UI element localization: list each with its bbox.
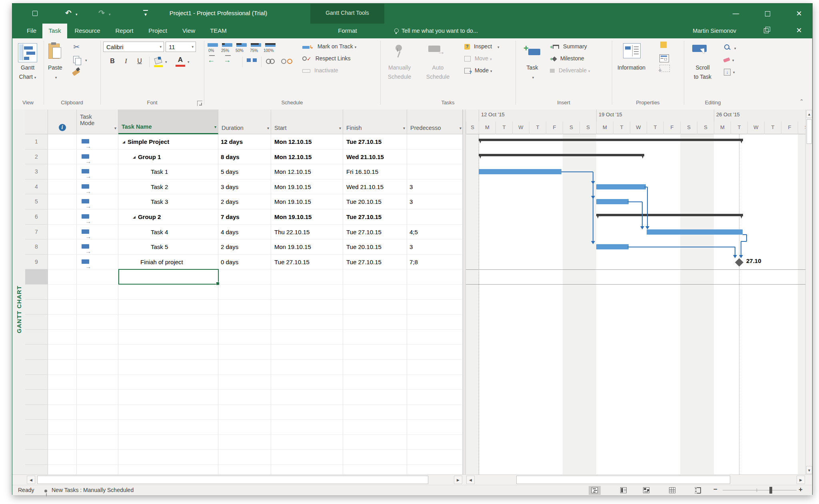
copy-dropdown-icon[interactable]: ▾: [85, 58, 87, 62]
task-bar[interactable]: [647, 229, 743, 235]
user-account[interactable]: Martin Siemonov: [680, 24, 736, 38]
background-color-button[interactable]: [154, 57, 163, 67]
expand-collapse-icon[interactable]: ◢: [122, 140, 125, 144]
header-duration[interactable]: Duration ▾: [218, 110, 271, 134]
header-finish[interactable]: Finish ▾: [343, 110, 407, 134]
font-dialog-launcher-icon[interactable]: [197, 101, 202, 106]
table-row[interactable]: [25, 435, 463, 450]
tab-format[interactable]: Format: [330, 24, 365, 38]
inactivate-button[interactable]: Inactivate: [302, 67, 338, 74]
table-row[interactable]: 4→Task 23 daysMon 19.10.15Wed 21.10.153: [25, 179, 463, 195]
tab-task[interactable]: Task: [42, 24, 67, 38]
task-bar[interactable]: [479, 169, 561, 174]
table-row[interactable]: [25, 405, 463, 420]
view-report-button[interactable]: [692, 486, 704, 495]
minimize-button[interactable]: —: [727, 8, 745, 20]
vertical-scroll-thumb[interactable]: [807, 119, 812, 144]
link-tasks-icon[interactable]: [266, 58, 275, 66]
inspect-button[interactable]: ? Inspect▾: [464, 43, 499, 50]
expand-collapse-icon[interactable]: ◢: [133, 155, 136, 159]
maximize-button[interactable]: [758, 8, 777, 20]
manually-schedule-button[interactable]: ManuallySchedule: [381, 63, 418, 82]
zoom-in-icon[interactable]: +: [799, 486, 803, 494]
gantt-chart-view-icon[interactable]: [18, 43, 37, 62]
view-resource-sheet-button[interactable]: [666, 486, 678, 495]
header-start[interactable]: Start ▾: [271, 110, 343, 134]
clear-button[interactable]: ▾: [723, 56, 734, 63]
fill-button[interactable]: ↓▾: [724, 68, 735, 76]
gantt-chart-pane[interactable]: 12 Oct '1519 Oct '1526 Oct '15 SMTWTFSSM…: [466, 110, 805, 474]
add-to-timeline-icon[interactable]: +: [659, 65, 670, 72]
predecessors-filter-icon[interactable]: ▾: [459, 126, 461, 130]
view-gantt-button[interactable]: [589, 486, 601, 495]
font-family-select[interactable]: Calibri▾: [103, 42, 164, 52]
insert-milestone-button[interactable]: + Milestone: [550, 55, 584, 62]
table-row[interactable]: [25, 269, 463, 285]
zoom-out-icon[interactable]: −: [713, 486, 717, 494]
table-row[interactable]: [25, 285, 463, 300]
task-mode-filter-icon[interactable]: ▾: [114, 126, 116, 130]
tell-me-box[interactable]: Tell me what you want to do...: [394, 24, 478, 38]
table-row[interactable]: [25, 360, 463, 375]
insert-summary-button[interactable]: + Summary: [550, 43, 587, 50]
outdent-task-icon[interactable]: ←: [208, 56, 215, 64]
font-color-dropdown-icon[interactable]: ▾: [188, 60, 190, 64]
collapse-ribbon-icon[interactable]: ⌃: [799, 98, 804, 104]
header-task-name[interactable]: Task Name ▾: [118, 110, 218, 134]
scroll-to-task-icon[interactable]: [692, 43, 713, 59]
mode-button[interactable]: ? Mode▾: [464, 67, 492, 74]
find-button[interactable]: ▾: [724, 44, 736, 51]
redo-dropdown-icon[interactable]: ▾: [109, 12, 111, 16]
table-row[interactable]: [25, 375, 463, 390]
selected-cell[interactable]: [118, 269, 219, 285]
move-button[interactable]: Move▾: [464, 55, 492, 62]
table-row[interactable]: [25, 300, 463, 315]
scroll-to-task-button[interactable]: Scrollto Task: [687, 63, 718, 82]
task-name-filter-icon[interactable]: ▾: [214, 125, 216, 129]
tab-report[interactable]: Report: [109, 24, 140, 38]
chart-scroll-thumb[interactable]: [516, 476, 730, 484]
tab-resource[interactable]: Resource: [68, 24, 106, 38]
duration-filter-icon[interactable]: ▾: [267, 126, 269, 130]
table-row[interactable]: [25, 315, 463, 330]
italic-button[interactable]: I: [121, 58, 131, 65]
restore-document-button[interactable]: [757, 25, 775, 36]
indent-task-icon[interactable]: →: [224, 56, 231, 64]
copy-icon[interactable]: [73, 56, 79, 63]
task-information-icon[interactable]: [623, 43, 641, 58]
chart-scroll-right-icon[interactable]: ▶: [797, 476, 805, 484]
insert-task-button[interactable]: Task▾: [521, 63, 543, 82]
table-row[interactable]: [25, 465, 463, 474]
undo-dropdown-icon[interactable]: ▾: [76, 12, 78, 16]
table-row[interactable]: [25, 330, 463, 345]
milestone-diamond[interactable]: [735, 258, 743, 267]
tab-view[interactable]: View: [176, 24, 201, 38]
pct-25-icon[interactable]: [222, 43, 232, 47]
finish-filter-icon[interactable]: ▾: [403, 126, 405, 130]
start-filter-icon[interactable]: ▾: [339, 126, 341, 130]
bold-button[interactable]: B: [108, 58, 117, 65]
pct-50-icon[interactable]: [236, 43, 247, 47]
scroll-down-icon[interactable]: ▼: [806, 466, 812, 474]
status-new-tasks[interactable]: New Tasks : Manually Scheduled: [52, 487, 134, 493]
paste-button[interactable]: Paste▾: [41, 63, 69, 82]
table-row[interactable]: [25, 450, 463, 465]
unlink-tasks-icon[interactable]: [281, 58, 292, 66]
table-row[interactable]: 3→Task 15 daysMon 12.10.15Fri 16.10.15: [25, 164, 463, 179]
gantt-chart-view-button[interactable]: Gantt Chart▾: [13, 63, 42, 82]
pct-0-icon[interactable]: [208, 43, 218, 47]
table-row[interactable]: 9→Finiah of project0 daysTue 27.10.15Tue…: [25, 255, 463, 270]
pct-75-icon[interactable]: [251, 43, 261, 47]
paste-icon[interactable]: [48, 42, 62, 59]
table-scroll-right-icon[interactable]: ▶: [454, 476, 462, 484]
table-row[interactable]: 2→◢Group 18 daysMon 12.10.15Wed 21.10.15: [25, 149, 463, 165]
insert-task-icon[interactable]: +: [523, 43, 541, 59]
table-row[interactable]: 5→Task 32 daysMon 19.10.15Tue 20.10.153: [25, 194, 463, 209]
task-information-button[interactable]: Information: [612, 63, 651, 72]
display-task-details-icon[interactable]: [659, 54, 669, 62]
table-row[interactable]: 1→◢Simple Project12 daysMon 12.10.15Tue …: [25, 134, 463, 149]
respect-links-button[interactable]: ✓ Respect Links: [302, 55, 351, 62]
font-size-select[interactable]: 11▾: [166, 42, 196, 52]
close-document-button[interactable]: ✕: [790, 25, 808, 36]
zoom-slider-thumb[interactable]: [769, 487, 772, 494]
